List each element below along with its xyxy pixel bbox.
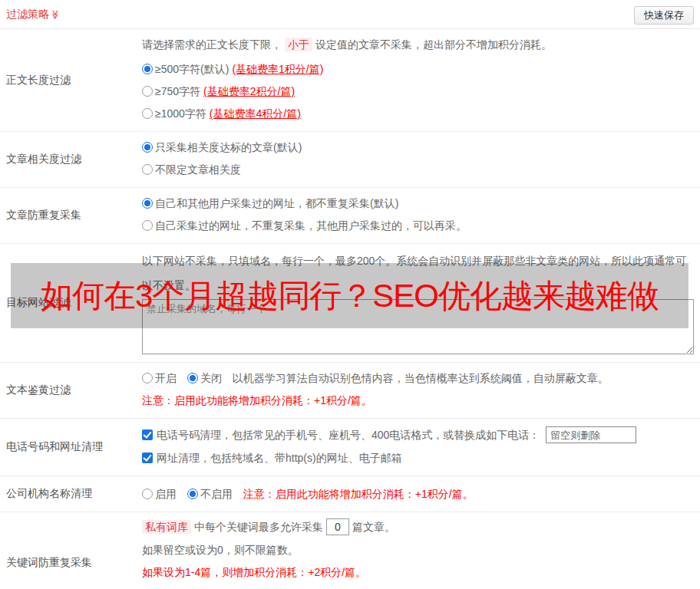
company-cost-note: 注意：启用此功能将增加积分消耗：+1积分/篇。 — [243, 488, 474, 500]
fee-note: (基础费率1积分/篇) — [232, 63, 323, 75]
section-label: 文章防重复采集 — [0, 188, 142, 243]
section-dedupe: 文章防重复采集 自己和其他用户采集过的网址，都不重复采集(默认) 自己采集过的网… — [0, 188, 700, 244]
keyword-text-mid: 中每个关键词最多允许采集 — [194, 521, 323, 533]
radio-option-relevant-only[interactable]: 只采集相关度达标的文章(默认) — [142, 140, 694, 155]
radio-icon[interactable] — [142, 86, 153, 97]
option-label: 开启 — [155, 372, 177, 384]
checkbox-icon[interactable] — [142, 452, 153, 463]
keyword-text-end: 篇文章。 — [352, 521, 395, 533]
radio-icon[interactable] — [142, 64, 153, 74]
radio-option-company-on[interactable]: 启用 — [142, 488, 180, 500]
overlay-ad-banner: 如何在3个月超越同行？SEO优化越来越难做 — [11, 263, 688, 328]
radio-option-500[interactable]: ≥500字符(默认)(基础费率1积分/篇) — [142, 61, 694, 77]
radio-option-dedupe-self[interactable]: 自己采集过的网址，不重复采集，其他用户采集过的，可以再采。 — [142, 218, 694, 233]
chevron-down-icon: ≫ — [50, 10, 61, 20]
checkbox-label: 电话号码清理，包括常见的手机号、座机号、400电话格式，或替换成如下电话： — [157, 429, 540, 441]
less-than-badge: 小于 — [285, 38, 312, 51]
radio-option-750[interactable]: ≥750字符(基础费率2积分/篇) — [142, 84, 694, 99]
option-label: 启用 — [155, 488, 177, 500]
option-label: 只采集相关度达标的文章(默认) — [155, 141, 302, 153]
porn-description: 以机器学习算法自动识别色情内容，当色情概率达到系统阈值，自动屏蔽文章。 — [233, 372, 609, 384]
fee-note: (基础费率4积分/篇) — [210, 107, 301, 120]
radio-icon[interactable] — [142, 489, 153, 499]
section-label: 文本鉴黄过滤 — [0, 363, 142, 418]
page-title: 过滤策略 — [6, 8, 49, 20]
radio-icon[interactable] — [142, 142, 153, 153]
checkbox-icon[interactable] — [142, 429, 153, 440]
option-label: 自己和其他用户采集过的网址，都不重复采集(默认) — [155, 197, 398, 209]
section-porn-filter: 文本鉴黄过滤 开启 关闭 以机器学习算法自动识别色情内容，当色情概率达到系统阈值… — [0, 363, 700, 419]
option-label: ≥750字符 — [155, 85, 200, 97]
radio-option-1000[interactable]: ≥1000字符(基础费率4积分/篇) — [142, 106, 694, 121]
fee-note: (基础费率2积分/篇) — [203, 85, 295, 97]
section-label: 文章相关度过滤 — [0, 132, 142, 187]
radio-icon[interactable] — [187, 373, 198, 383]
radio-icon[interactable] — [142, 220, 153, 231]
section-content-length: 正文长度过滤 请选择需求的正文长度下限，小于设定值的文章不采集，超出部分不增加积… — [0, 29, 700, 132]
porn-cost-note: 注意：启用此功能将增加积分消耗：+1积分/篇。 — [142, 393, 694, 408]
section-relevance: 文章相关度过滤 只采集相关度达标的文章(默认) 不限定文章相关度 — [0, 132, 700, 188]
checkbox-phone-clean[interactable]: 电话号码清理，包括常见的手机号、座机号、400电话格式，或替换成如下电话： — [142, 429, 543, 441]
section-phone-url-clean: 电话号码和网址清理 电话号码清理，包括常见的手机号、座机号、400电话格式，或替… — [0, 419, 700, 476]
radio-icon[interactable] — [142, 373, 153, 383]
replacement-phone-input[interactable] — [546, 426, 636, 443]
intro-text-after: 设定值的文章不采集，超出部分不增加积分消耗。 — [315, 38, 552, 51]
option-label: 关闭 — [200, 372, 222, 384]
private-lexicon-badge: 私有词库 — [142, 520, 191, 534]
radio-option-porn-off[interactable]: 关闭 — [187, 372, 225, 384]
radio-icon[interactable] — [187, 489, 198, 499]
radio-icon[interactable] — [142, 198, 153, 209]
option-label: ≥1000字符 — [155, 107, 206, 120]
section-company-clean: 公司机构名称清理 启用 不启用 注意：启用此功能将增加积分消耗：+1积分/篇。 — [0, 476, 700, 512]
checkbox-label: 网址清理，包括纯域名、带http(s)的网址、电子邮箱 — [157, 452, 402, 464]
quick-save-button[interactable]: 快速保存 — [634, 6, 694, 25]
keyword-rule-zero: 如果留空或设为0，则不限篇数。 — [142, 542, 694, 558]
radio-icon[interactable] — [142, 108, 153, 119]
radio-option-no-limit[interactable]: 不限定文章相关度 — [142, 162, 694, 177]
section-label: 正文长度过滤 — [0, 29, 142, 131]
keyword-rule-cost: 如果设为1-4篇，则增加积分消耗：+2积分/篇。 — [142, 564, 694, 580]
option-label: 不启用 — [200, 488, 233, 500]
section-label: 公司机构名称清理 — [0, 476, 142, 512]
overlay-ad-text: 如何在3个月超越同行？SEO优化越来越难做 — [41, 275, 659, 318]
length-intro: 请选择需求的正文长度下限，小于设定值的文章不采集，超出部分不增加积分消耗。 — [142, 37, 694, 52]
checkbox-url-clean[interactable]: 网址清理，包括纯域名、带http(s)的网址、电子邮箱 — [142, 452, 402, 464]
section-keyword-dedupe: 关键词防重复采集 私有词库中每个关键词最多允许采集篇文章。 如果留空或设为0，则… — [0, 512, 700, 589]
filter-settings-page: 过滤策略≫ 快速保存 正文长度过滤 请选择需求的正文长度下限，小于设定值的文章不… — [0, 0, 700, 589]
option-label: ≥500字符(默认) — [155, 63, 229, 75]
section-label: 关键词防重复采集 — [0, 512, 142, 589]
intro-text-before: 请选择需求的正文长度下限， — [142, 38, 282, 51]
max-articles-input[interactable] — [326, 518, 349, 535]
radio-option-company-off[interactable]: 不启用 — [187, 488, 236, 500]
radio-icon[interactable] — [142, 164, 153, 175]
option-label: 不限定文章相关度 — [155, 163, 241, 176]
section-label: 电话号码和网址清理 — [0, 419, 142, 475]
option-label: 自己采集过的网址，不重复采集，其他用户采集过的，可以再采。 — [155, 219, 467, 232]
page-header: 过滤策略≫ 快速保存 — [0, 0, 700, 29]
radio-option-porn-on[interactable]: 开启 — [142, 372, 180, 384]
radio-option-dedupe-all[interactable]: 自己和其他用户采集过的网址，都不重复采集(默认) — [142, 196, 694, 211]
section-title-toggle[interactable]: 过滤策略≫ — [6, 8, 61, 21]
